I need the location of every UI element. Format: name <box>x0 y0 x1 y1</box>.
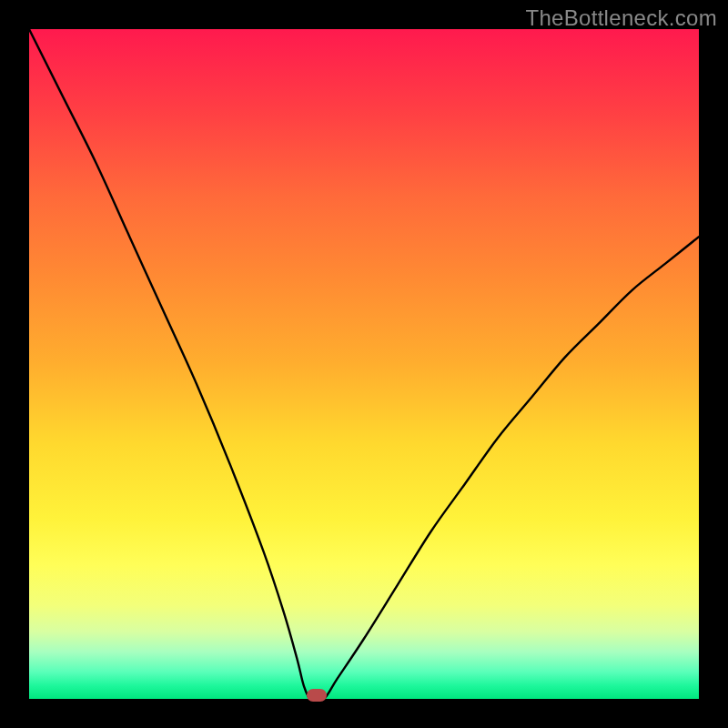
watermark-text: TheBottleneck.com <box>525 5 717 31</box>
outer-frame: TheBottleneck.com <box>0 0 728 728</box>
bottleneck-curve <box>29 29 699 699</box>
plot-area <box>29 29 699 699</box>
minimum-marker <box>307 689 327 702</box>
